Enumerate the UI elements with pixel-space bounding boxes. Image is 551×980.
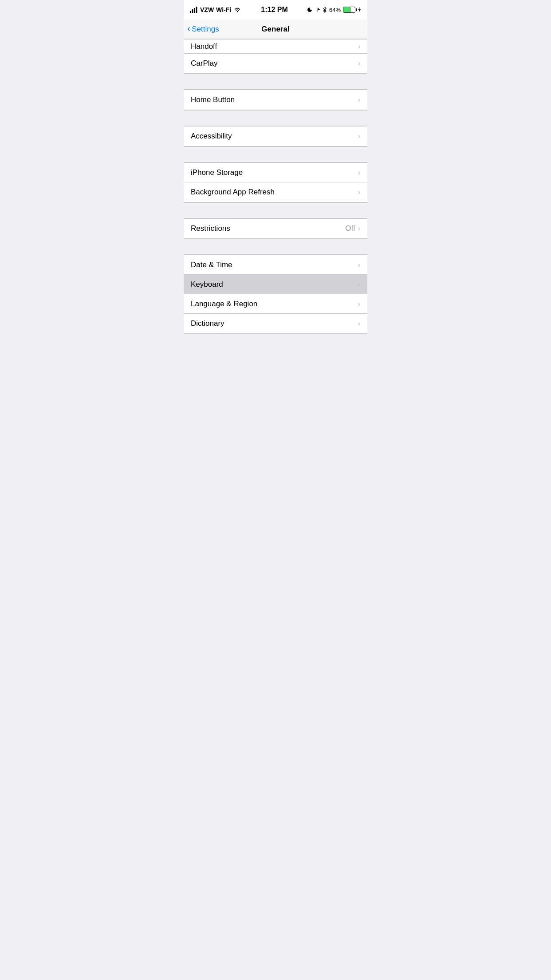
restrictions-value: Off xyxy=(345,224,355,233)
section-datetime-keyboard: Date & Time › Keyboard › Language & Regi… xyxy=(184,255,367,334)
carplay-right: › xyxy=(358,59,360,67)
handoff-label: Handoff xyxy=(191,42,217,51)
svg-rect-0 xyxy=(190,11,191,13)
restrictions-label: Restrictions xyxy=(191,224,230,233)
back-button[interactable]: ‹ Settings xyxy=(187,25,219,34)
section-storage-refresh: iPhone Storage › Background App Refresh … xyxy=(184,162,367,202)
bottom-gap xyxy=(184,334,367,350)
status-bar: VZW Wi-Fi 1:12 PM 64% xyxy=(184,0,367,20)
section-gap-1 xyxy=(184,74,367,90)
section-accessibility: Accessibility › xyxy=(184,126,367,146)
home-button-label: Home Button xyxy=(191,95,235,104)
list-item-background-app-refresh[interactable]: Background App Refresh › xyxy=(184,182,367,202)
list-item-home-button[interactable]: Home Button › xyxy=(184,90,367,110)
section-handoff-carplay: Handoff › CarPlay › xyxy=(184,39,367,74)
list-item-date-time[interactable]: Date & Time › xyxy=(184,255,367,275)
status-time: 1:12 PM xyxy=(261,6,287,14)
battery-icon xyxy=(343,7,355,13)
language-region-label: Language & Region xyxy=(191,300,257,308)
section-restrictions: Restrictions Off › xyxy=(184,218,367,239)
dictionary-right: › xyxy=(358,320,360,328)
background-app-refresh-right: › xyxy=(358,188,360,196)
battery-fill xyxy=(343,7,351,12)
background-app-refresh-label: Background App Refresh xyxy=(191,188,275,197)
charging-icon xyxy=(358,7,361,13)
svg-point-4 xyxy=(237,11,238,12)
page-title: General xyxy=(261,25,289,34)
carrier-label: VZW xyxy=(200,6,214,13)
signal-icon xyxy=(190,7,198,13)
back-label: Settings xyxy=(192,25,219,34)
back-chevron-icon: ‹ xyxy=(187,24,190,34)
date-time-right: › xyxy=(358,261,360,269)
battery-percent: 64% xyxy=(329,7,341,13)
chevron-right-icon: › xyxy=(358,225,360,233)
chevron-right-icon: › xyxy=(358,132,360,140)
iphone-storage-right: › xyxy=(358,169,360,177)
location-icon xyxy=(315,7,320,13)
language-region-right: › xyxy=(358,300,360,308)
section-gap-2 xyxy=(184,110,367,126)
section-gap-5 xyxy=(184,239,367,255)
handoff-right: › xyxy=(358,43,360,51)
section-gap-4 xyxy=(184,202,367,218)
keyboard-label: Keyboard xyxy=(191,280,223,289)
list-item-carplay[interactable]: CarPlay › xyxy=(184,54,367,73)
chevron-right-icon: › xyxy=(358,320,360,328)
chevron-right-icon: › xyxy=(358,300,360,308)
list-item-dictionary[interactable]: Dictionary › xyxy=(184,314,367,333)
list-item-language-region[interactable]: Language & Region › xyxy=(184,294,367,314)
dictionary-label: Dictionary xyxy=(191,319,224,328)
wifi-icon xyxy=(233,7,241,13)
chevron-right-icon: › xyxy=(358,169,360,177)
chevron-right-icon: › xyxy=(358,281,360,288)
section-gap-3 xyxy=(184,146,367,162)
chevron-right-icon: › xyxy=(358,188,360,196)
svg-rect-3 xyxy=(196,7,197,13)
bluetooth-icon xyxy=(323,7,327,13)
iphone-storage-label: iPhone Storage xyxy=(191,168,243,177)
moon-icon xyxy=(307,7,313,13)
home-button-right: › xyxy=(358,96,360,104)
svg-rect-2 xyxy=(194,8,195,13)
status-right: 64% xyxy=(307,7,361,13)
list-item-keyboard[interactable]: Keyboard › xyxy=(184,275,367,294)
list-item-restrictions[interactable]: Restrictions Off › xyxy=(184,219,367,238)
date-time-label: Date & Time xyxy=(191,261,232,269)
list-item-handoff[interactable]: Handoff › xyxy=(184,40,367,54)
accessibility-right: › xyxy=(358,132,360,140)
wifi-label: Wi-Fi xyxy=(216,6,231,13)
chevron-right-icon: › xyxy=(358,261,360,269)
keyboard-right: › xyxy=(358,281,360,288)
nav-header: ‹ Settings General xyxy=(184,20,367,39)
status-left: VZW Wi-Fi xyxy=(190,6,241,13)
chevron-right-icon: › xyxy=(358,59,360,67)
list-item-iphone-storage[interactable]: iPhone Storage › xyxy=(184,163,367,182)
carplay-label: CarPlay xyxy=(191,59,217,68)
section-homebutton: Home Button › xyxy=(184,90,367,110)
list-item-accessibility[interactable]: Accessibility › xyxy=(184,126,367,146)
svg-rect-1 xyxy=(192,9,193,13)
chevron-right-icon: › xyxy=(358,43,360,51)
restrictions-right: Off › xyxy=(345,224,360,233)
chevron-right-icon: › xyxy=(358,96,360,104)
accessibility-label: Accessibility xyxy=(191,132,232,141)
